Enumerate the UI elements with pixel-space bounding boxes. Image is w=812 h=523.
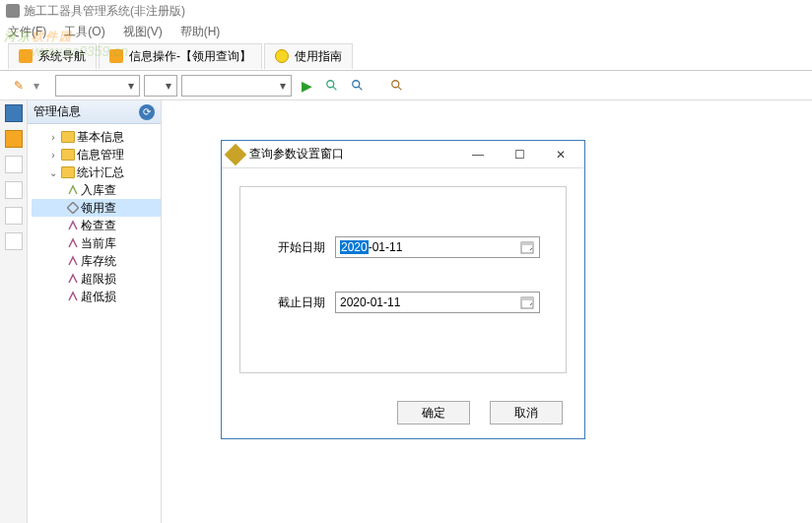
strip-view-5[interactable] [5,207,23,225]
strip-view-4[interactable] [5,181,23,199]
close-button[interactable]: ✕ [543,145,578,164]
tree-node-over[interactable]: 超限损 [32,270,161,288]
tree: ›基本信息 ›信息管理 ⌄统计汇总 入库查 领用查 检查查 当前库 库存统 超限… [28,124,161,305]
left-strip [0,100,28,523]
ok-button[interactable]: 确定 [397,401,470,425]
menu-bar: 文件(F) 工具(O) 视图(V) 帮助(H) [0,22,812,41]
date-rest: -01-11 [369,240,403,254]
leaf-icon [67,291,79,302]
combo-3[interactable]: ▾ [181,75,292,97]
strip-view-3[interactable] [5,156,23,173]
svg-point-4 [392,80,399,87]
tree-node-basic[interactable]: ›基本信息 [32,128,161,146]
tab-bar: 系统导航 信息操作-【领用查询】 使用指南 [0,41,812,71]
node-label: 领用查 [81,200,116,217]
tree-node-out[interactable]: 领用查 [32,199,161,217]
end-date-label: 截止日期 [266,294,325,311]
doc-icon [109,49,123,63]
tab-label: 使用指南 [295,48,342,65]
tab-guide[interactable]: 使用指南 [264,43,353,69]
nav-icon [19,49,33,63]
window-title: 施工工器具管理系统(非注册版) [24,3,185,20]
leaf-icon [67,255,79,267]
maximize-button[interactable]: ☐ [502,145,537,164]
tree-node-current[interactable]: 当前库 [32,234,161,252]
svg-rect-6 [67,202,78,213]
tab-label: 系统导航 [38,48,86,65]
svg-rect-10 [521,297,533,300]
leaf-icon [67,202,79,214]
tree-node-stat[interactable]: ⌄统计汇总 [32,163,161,181]
node-label: 超低损 [81,289,116,305]
combo-2[interactable]: ▾ [144,75,177,97]
menu-help[interactable]: 帮助(H) [180,24,221,40]
window-title-bar: 施工工器具管理系统(非注册版) [0,0,812,22]
folder-icon [61,131,75,143]
search-3-button[interactable] [386,75,408,97]
folder-icon [61,149,75,161]
run-button[interactable]: ▶ [296,75,317,97]
node-label: 库存统 [81,253,116,270]
end-date-input[interactable]: 2020-01-11 [335,292,540,313]
minimize-button[interactable]: — [460,145,496,164]
dialog-title: 查询参数设置窗口 [249,146,344,163]
svg-point-0 [327,80,334,87]
leaf-icon [67,273,79,285]
menu-file[interactable]: 文件(F) [8,24,46,40]
content-area: 查询参数设置窗口 — ☐ ✕ 开始日期 2020-01-11 截 [162,100,812,523]
tab-system-nav[interactable]: 系统导航 [8,43,97,69]
svg-line-5 [398,86,402,90]
node-label: 当前库 [81,235,116,252]
node-label: 入库查 [81,182,116,199]
start-date-label: 开始日期 [266,239,325,256]
strip-view-2[interactable] [5,130,23,148]
leaf-icon [67,237,79,249]
leaf-icon [67,184,79,196]
menu-view[interactable]: 视图(V) [123,24,163,40]
tab-info-operation[interactable]: 信息操作-【领用查询】 [99,43,262,69]
strip-view-6[interactable] [5,232,23,250]
node-label: 统计汇总 [77,164,124,181]
pencil-button[interactable]: ✎ [8,75,30,97]
tree-node-under[interactable]: 超低损 [32,288,161,305]
toolbar: ✎ ▾ ▾ ▾ ▾ ▶ [0,71,812,100]
calendar-icon[interactable] [519,239,535,255]
node-label: 超限损 [81,271,116,288]
tree-node-info[interactable]: ›信息管理 [32,146,161,163]
svg-line-3 [359,86,363,90]
tree-header: 管理信息 ⟳ [28,100,161,124]
dialog-title-bar[interactable]: 查询参数设置窗口 — ☐ ✕ [222,141,584,168]
svg-point-2 [353,80,360,87]
folder-icon [61,166,75,178]
svg-rect-8 [521,242,533,245]
combo-1[interactable]: ▾ [55,75,140,97]
refresh-icon[interactable]: ⟳ [139,104,155,120]
node-label: 信息管理 [77,147,124,163]
strip-view-1[interactable] [5,104,23,122]
date-value: 2020-01-11 [340,295,400,309]
query-params-dialog: 查询参数设置窗口 — ☐ ✕ 开始日期 2020-01-11 截 [221,140,585,439]
tree-node-stock[interactable]: 库存统 [32,252,161,270]
app-icon [6,4,20,18]
search-2-button[interactable] [347,75,369,97]
tree-title: 管理信息 [34,103,81,120]
cancel-button[interactable]: 取消 [490,401,563,425]
search-1-button[interactable] [321,75,343,97]
tree-node-check[interactable]: 检查查 [32,217,161,234]
calendar-icon[interactable] [519,294,535,310]
node-label: 基本信息 [77,129,124,146]
help-icon [275,49,289,63]
selected-year: 2020 [340,240,369,254]
menu-tool[interactable]: 工具(O) [64,24,104,40]
start-date-input[interactable]: 2020-01-11 [335,236,540,258]
leaf-icon [67,220,79,231]
dialog-icon [225,143,247,165]
tree-panel: 管理信息 ⟳ ›基本信息 ›信息管理 ⌄统计汇总 入库查 领用查 检查查 当前库… [28,100,162,523]
node-label: 检查查 [81,218,116,234]
tab-label: 信息操作-【领用查询】 [129,48,251,65]
svg-line-1 [333,86,337,90]
tree-node-in[interactable]: 入库查 [32,181,161,199]
